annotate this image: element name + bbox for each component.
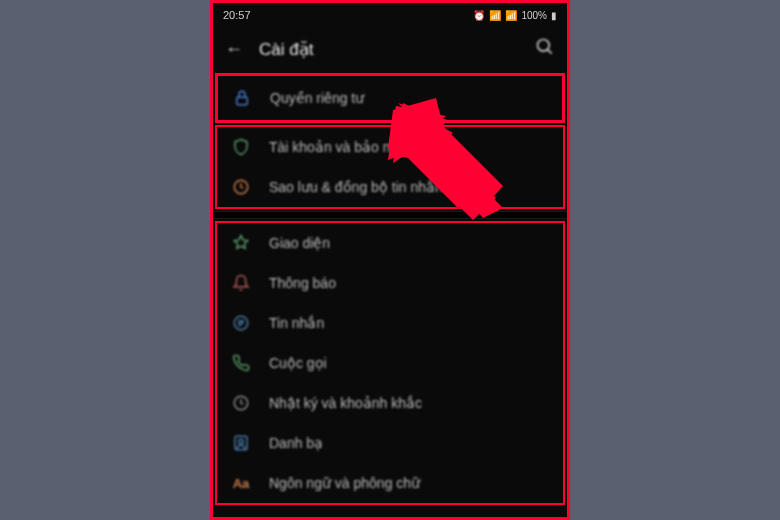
svg-point-0 [538, 39, 550, 51]
menu-label: Thông báo [269, 275, 336, 291]
menu-item-privacy[interactable]: Quyền riêng tư [218, 76, 562, 120]
phone-icon [231, 353, 251, 373]
menu-label: Quyền riêng tư [270, 90, 364, 106]
search-icon[interactable] [535, 37, 555, 62]
menu-item-messages[interactable]: Tin nhắn [217, 303, 563, 343]
menu-label: Tài khoản và bảo mật [269, 139, 407, 155]
header-bar: ← Cài đặt [213, 27, 567, 71]
contacts-icon [231, 433, 251, 453]
section-divider [213, 211, 567, 219]
menu-item-notifications[interactable]: Thông báo [217, 263, 563, 303]
back-arrow-icon[interactable]: ← [225, 39, 243, 60]
menu-item-interface[interactable]: Giao diện [217, 223, 563, 263]
message-icon [231, 313, 251, 333]
shield-icon [231, 137, 251, 157]
menu-item-calls[interactable]: Cuộc gọi [217, 343, 563, 383]
menu-label: Giao diện [269, 235, 330, 251]
battery-text: 100% [521, 10, 547, 21]
svg-rect-2 [237, 97, 248, 105]
status-indicators: ⏰ 📶 📶 100% ▮ [473, 10, 557, 21]
menu-item-language-font[interactable]: Aa Ngôn ngữ và phông chữ [217, 463, 563, 503]
menu-label: Nhật ký và khoảnh khắc [269, 395, 422, 411]
clock-icon [231, 393, 251, 413]
highlighted-privacy-item: Quyền riêng tư [215, 73, 565, 123]
wifi-icon: 📶 [489, 10, 501, 21]
bell-icon [231, 273, 251, 293]
history-icon [231, 177, 251, 197]
svg-line-1 [548, 49, 552, 53]
menu-item-backup-sync[interactable]: Sao lưu & đồng bộ tin nhắn [217, 167, 563, 207]
page-title: Cài đặt [259, 39, 519, 60]
status-time: 20:57 [223, 9, 251, 21]
status-bar: 20:57 ⏰ 📶 📶 100% ▮ [213, 3, 567, 27]
menu-item-timeline[interactable]: Nhật ký và khoảnh khắc [217, 383, 563, 423]
menu-label: Tin nhắn [269, 315, 324, 331]
menu-item-contacts[interactable]: Danh bạ [217, 423, 563, 463]
font-icon: Aa [231, 473, 251, 493]
svg-point-7 [239, 439, 244, 444]
section-account: Tài khoản và bảo mật Sao lưu & đồng bộ t… [215, 125, 565, 209]
alarm-icon: ⏰ [473, 10, 485, 21]
phone-screen: 20:57 ⏰ 📶 📶 100% ▮ ← Cài đặt Quyền riêng… [210, 0, 570, 520]
paint-icon [231, 233, 251, 253]
section-general: Giao diện Thông báo Tin nhắn Cuộc gọi Nh… [215, 221, 565, 505]
signal-icon: 📶 [505, 10, 517, 21]
menu-label: Cuộc gọi [269, 355, 327, 371]
lock-icon [232, 88, 252, 108]
menu-label: Sao lưu & đồng bộ tin nhắn [269, 179, 443, 195]
battery-icon: ▮ [551, 10, 557, 21]
menu-label: Danh bạ [269, 435, 323, 451]
menu-label: Ngôn ngữ và phông chữ [269, 475, 420, 491]
menu-item-account-security[interactable]: Tài khoản và bảo mật [217, 127, 563, 167]
